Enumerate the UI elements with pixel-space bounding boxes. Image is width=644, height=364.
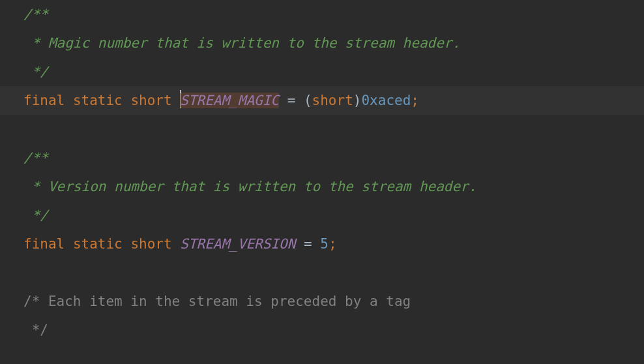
keyword-short: short — [130, 93, 171, 108]
operator-eq: = — [295, 236, 320, 252]
keyword-final: final — [23, 236, 65, 252]
paren-close: ) — [353, 93, 362, 108]
constant-name: STREAM_VERSION — [180, 236, 295, 252]
code-line: */ — [0, 316, 644, 344]
javadoc-open: /** — [23, 7, 48, 22]
operator-eq: = — [279, 93, 304, 108]
block-comment-close: */ — [23, 322, 48, 338]
block-comment: /* Each item in the stream is preceded b… — [23, 294, 411, 309]
code-line: /* Each item in the stream is preceded b… — [0, 287, 644, 316]
code-line: */ — [0, 201, 644, 230]
number-literal: 5 — [320, 236, 329, 252]
javadoc-star: * — [23, 35, 48, 51]
semicolon: ; — [329, 236, 337, 252]
keyword-static: static — [73, 93, 123, 108]
cast-type: short — [312, 93, 353, 108]
code-line: * Version number that is written to the … — [0, 172, 644, 201]
hex-literal: 0xaced — [361, 93, 411, 108]
code-line: * Magic number that is written to the st… — [0, 29, 644, 57]
code-line: final static short STREAM_VERSION = 5; — [0, 230, 644, 258]
code-line-current: final static short STREAM_MAGIC = (short… — [0, 86, 644, 115]
javadoc-open: /** — [23, 150, 48, 166]
code-editor[interactable]: /** * Magic number that is written to th… — [0, 0, 644, 344]
code-line: */ — [0, 57, 644, 86]
javadoc-text: Magic number that is written to the stre… — [48, 35, 460, 51]
constant-name: STREAM_MAGIC — [180, 93, 279, 108]
javadoc-text: Version number that is written to the st… — [48, 179, 476, 194]
javadoc-close: */ — [23, 64, 48, 80]
keyword-final: final — [23, 93, 65, 108]
code-line: /** — [0, 144, 644, 172]
code-line-blank — [0, 115, 644, 144]
code-line: /** — [0, 0, 644, 29]
keyword-static: static — [73, 236, 123, 252]
javadoc-close: */ — [23, 207, 48, 223]
code-line-blank — [0, 258, 644, 287]
paren-open: ( — [304, 93, 312, 108]
javadoc-star: * — [23, 179, 48, 194]
keyword-short: short — [130, 236, 171, 252]
semicolon: ; — [411, 93, 419, 108]
